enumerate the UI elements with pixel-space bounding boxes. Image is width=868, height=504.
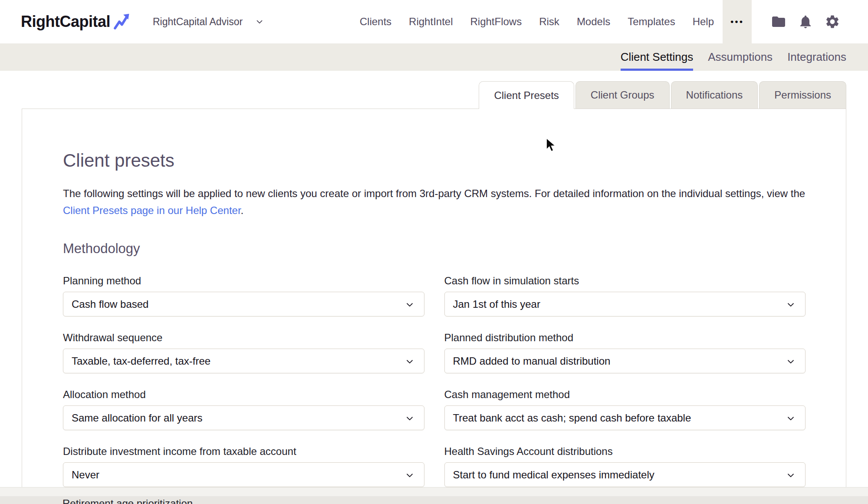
top-navigation-bar: RightCapital RightCapital Advisor Client…: [0, 0, 868, 43]
intro-paragraph: The following settings will be applied t…: [63, 185, 806, 219]
client-settings-tabs: Client Presets Client Groups Notificatio…: [479, 81, 846, 109]
nav-item-help[interactable]: Help: [693, 16, 714, 28]
rightcapital-logo[interactable]: RightCapital: [21, 13, 110, 31]
field-label: Health Savings Account distributions: [444, 445, 806, 458]
subnav-item-assumptions[interactable]: Assumptions: [708, 43, 773, 71]
withdrawal-sequence-select[interactable]: Taxable, tax-deferred, tax-free: [63, 349, 424, 373]
tab-permissions[interactable]: Permissions: [759, 81, 846, 109]
nav-item-templates[interactable]: Templates: [628, 16, 675, 28]
field-label: Cash flow in simulation starts: [444, 275, 806, 287]
selected-value: Taxable, tax-deferred, tax-free: [72, 355, 210, 367]
bottom-scroll-band: [0, 487, 868, 496]
chevron-down-icon: [255, 17, 264, 26]
more-menu-button[interactable]: •••: [723, 0, 752, 43]
settings-subnav: Client Settings Assumptions Integrations: [0, 43, 868, 71]
selected-value: RMD added to manual distribution: [453, 355, 611, 367]
field-label: Withdrawal sequence: [63, 332, 424, 344]
field-label: Planning method: [63, 275, 424, 287]
field-hsa-distributions: Health Savings Account distributions Sta…: [444, 445, 806, 487]
chevron-down-icon: [786, 357, 796, 366]
methodology-form: Planning method Cash flow based Cash flo…: [63, 275, 806, 487]
ellipsis-icon: •••: [730, 16, 744, 27]
chevron-down-icon: [405, 471, 414, 480]
primary-nav: Clients RightIntel RightFlows Risk Model…: [360, 0, 868, 43]
subnav-item-client-settings[interactable]: Client Settings: [621, 43, 694, 71]
planning-method-select[interactable]: Cash flow based: [63, 292, 424, 316]
brand: RightCapital RightCapital Advisor: [21, 12, 264, 31]
selected-value: Start to fund medical expenses immediate…: [453, 469, 654, 481]
workspace-label: RightCapital Advisor: [153, 16, 243, 28]
bell-icon: [798, 14, 813, 30]
gear-icon: [825, 14, 840, 30]
field-withdrawal-sequence: Withdrawal sequence Taxable, tax-deferre…: [63, 332, 424, 373]
field-cash-management-method: Cash management method Treat bank acct a…: [444, 389, 806, 430]
field-label: Distribute investment income from taxabl…: [63, 445, 424, 458]
nav-item-rightflows[interactable]: RightFlows: [470, 16, 522, 28]
field-planning-method: Planning method Cash flow based: [63, 275, 424, 316]
chevron-down-icon: [786, 471, 796, 480]
selected-value: Jan 1st of this year: [453, 298, 540, 310]
chevron-down-icon: [786, 300, 796, 310]
tab-client-groups[interactable]: Client Groups: [575, 81, 670, 109]
selected-value: Never: [72, 469, 99, 481]
chevron-down-icon: [786, 414, 796, 423]
field-label: Planned distribution method: [444, 332, 806, 344]
field-label: Allocation method: [63, 389, 424, 401]
notifications-button[interactable]: [798, 14, 813, 30]
nav-item-risk[interactable]: Risk: [539, 16, 559, 28]
nav-item-clients[interactable]: Clients: [360, 16, 391, 28]
chevron-down-icon: [405, 300, 414, 310]
field-distribute-investment-income: Distribute investment income from taxabl…: [63, 445, 424, 487]
selected-value: Cash flow based: [72, 298, 148, 310]
folder-button[interactable]: [771, 14, 786, 30]
page-title: Client presets: [63, 150, 806, 171]
methodology-section-title: Methodology: [63, 240, 806, 257]
bottom-cut-strip: Retirement age prioritization: [0, 496, 868, 504]
planned-distribution-method-select[interactable]: RMD added to manual distribution: [444, 349, 806, 373]
field-planned-distribution-method: Planned distribution method RMD added to…: [444, 332, 806, 373]
nav-item-rightintel[interactable]: RightIntel: [409, 16, 453, 28]
field-label: Cash management method: [444, 389, 806, 401]
settings-button[interactable]: [825, 14, 840, 30]
subnav-item-integrations[interactable]: Integrations: [787, 43, 846, 71]
workspace-selector[interactable]: RightCapital Advisor: [153, 16, 264, 28]
tab-notifications[interactable]: Notifications: [671, 81, 758, 109]
logo-chart-arrow-icon: [113, 12, 130, 31]
topbar-icon-group: [771, 14, 868, 30]
nav-item-models[interactable]: Models: [577, 16, 610, 28]
next-field-label-partial: Retirement age prioritization: [62, 497, 193, 504]
intro-text: The following settings will be applied t…: [63, 188, 805, 199]
tab-client-presets[interactable]: Client Presets: [479, 81, 574, 109]
selected-value: Treat bank acct as cash; spend cash befo…: [453, 412, 691, 424]
field-cash-flow-simulation-starts: Cash flow in simulation starts Jan 1st o…: [444, 275, 806, 316]
cash-management-method-select[interactable]: Treat bank acct as cash; spend cash befo…: [444, 405, 806, 430]
selected-value: Same allocation for all years: [72, 412, 202, 424]
cash-flow-simulation-starts-select[interactable]: Jan 1st of this year: [444, 292, 806, 316]
chevron-down-icon: [405, 357, 414, 366]
intro-suffix: .: [241, 204, 244, 216]
chevron-down-icon: [405, 414, 414, 423]
hsa-distributions-select[interactable]: Start to fund medical expenses immediate…: [444, 462, 806, 487]
client-presets-panel: Client presets The following settings wi…: [22, 109, 846, 504]
help-center-link[interactable]: Client Presets page in our Help Center: [63, 204, 241, 216]
allocation-method-select[interactable]: Same allocation for all years: [63, 405, 424, 430]
field-allocation-method: Allocation method Same allocation for al…: [63, 389, 424, 430]
folder-icon: [771, 14, 786, 30]
distribute-investment-income-select[interactable]: Never: [63, 462, 424, 487]
